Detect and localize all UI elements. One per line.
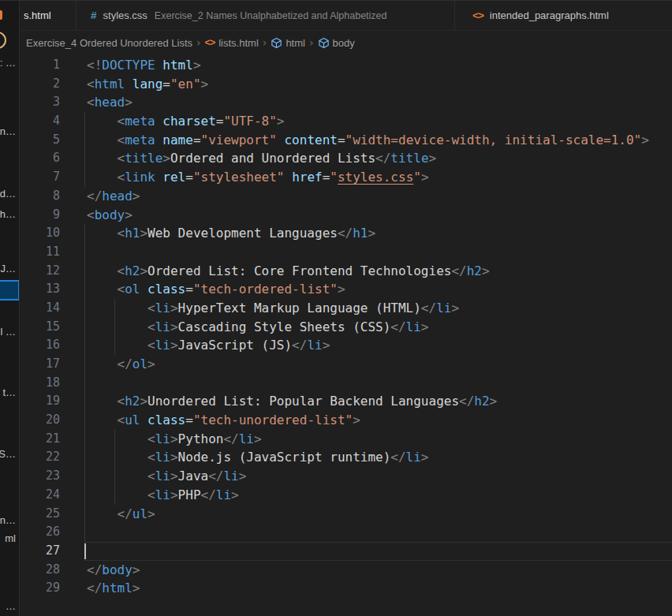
- text-cursor: [84, 543, 86, 559]
- line-number[interactable]: 21: [20, 430, 60, 449]
- line-number[interactable]: 26: [20, 523, 60, 542]
- line-number[interactable]: 23: [20, 467, 60, 486]
- indent-guide: [84, 523, 85, 542]
- code-line[interactable]: 3<head>: [20, 93, 672, 112]
- explorer-file-fragment[interactable]: t…: [2, 384, 16, 401]
- code-line[interactable]: 16 <li>JavaScript (JS)</li>: [20, 336, 672, 355]
- line-number[interactable]: 19: [20, 392, 60, 411]
- explorer-sidebar: : …n…d…h…J…l …t…S…n…ml…: [0, 1, 20, 616]
- indent-guide: [84, 392, 85, 411]
- code-line[interactable]: 27: [20, 542, 672, 561]
- code-line[interactable]: 8</head>: [20, 187, 672, 206]
- code-line[interactable]: 13 <ol class="tech-ordered-list">: [20, 280, 672, 299]
- code-line[interactable]: 29</html>: [20, 579, 672, 598]
- explorer-selected-file[interactable]: [0, 280, 20, 301]
- code-line[interactable]: 26: [20, 523, 672, 542]
- code-line[interactable]: 5 <meta name="viewport" content="width=d…: [20, 131, 672, 150]
- code-line[interactable]: 23 <li>Java</li>: [20, 467, 672, 486]
- current-line-highlight: [84, 542, 672, 561]
- code-line[interactable]: 28</body>: [20, 561, 672, 580]
- indent-guide: [84, 430, 85, 449]
- line-number[interactable]: 24: [20, 486, 60, 505]
- tab-lists-html[interactable]: s.html: [20, 1, 77, 30]
- code-line[interactable]: 24 <li>PHP</li>: [20, 486, 672, 505]
- line-number[interactable]: 15: [20, 318, 60, 337]
- explorer-file-fragment[interactable]: ml: [5, 530, 16, 547]
- tab-intended-paragraphs-html[interactable]: <> intended_paragraphs.html: [455, 1, 672, 30]
- code-line[interactable]: 12 <h2>Ordered List: Core Frontend Techn…: [20, 262, 672, 281]
- code-line[interactable]: 17 </ol>: [20, 355, 672, 374]
- code-text: <li>Node.js (JavaScript runtime)</li>: [87, 448, 672, 467]
- chevron-right-icon: ›: [309, 36, 314, 49]
- code-line[interactable]: 18: [20, 374, 672, 393]
- indent-guide: [84, 280, 85, 299]
- line-number[interactable]: 22: [20, 448, 60, 467]
- explorer-file-fragment[interactable]: n…: [0, 123, 16, 140]
- breadcrumb-symbol-body[interactable]: body: [318, 37, 355, 49]
- indent-guide: [84, 243, 85, 262]
- code-line[interactable]: 4 <meta charset="UTF-8">: [20, 112, 672, 131]
- code-line[interactable]: 6 <title>Ordered and Unordered Lists</ti…: [20, 149, 672, 168]
- explorer-file-fragment[interactable]: n…: [0, 512, 16, 529]
- explorer-file-fragment[interactable]: …: [6, 598, 16, 615]
- line-number[interactable]: 16: [20, 336, 60, 355]
- line-number[interactable]: 13: [20, 280, 60, 299]
- code-editor[interactable]: 1<!DOCTYPE html>2<html lang="en">3<head>…: [20, 54, 672, 598]
- line-number[interactable]: 7: [20, 168, 60, 187]
- explorer-file-fragment[interactable]: h…: [0, 206, 16, 223]
- code-text: </ul>: [87, 505, 672, 524]
- line-number[interactable]: 17: [20, 355, 60, 374]
- line-number[interactable]: 2: [20, 75, 60, 94]
- line-number[interactable]: 25: [20, 505, 60, 524]
- line-number[interactable]: 29: [20, 579, 60, 598]
- explorer-file-fragment[interactable]: : …: [0, 54, 16, 72]
- symbol-cube-icon: [271, 37, 282, 49]
- line-number[interactable]: 28: [20, 561, 60, 580]
- line-number[interactable]: 1: [20, 56, 60, 75]
- line-number[interactable]: 18: [20, 374, 60, 393]
- editor-group: s.html # styles.css Exercise_2 Names Una…: [20, 1, 672, 616]
- line-number[interactable]: 5: [20, 131, 60, 150]
- indent-guide: [84, 299, 85, 318]
- code-line[interactable]: 21 <li>Python</li>: [20, 430, 672, 449]
- line-number[interactable]: 11: [20, 243, 60, 262]
- code-text: <html lang="en">: [87, 75, 672, 94]
- line-number[interactable]: 10: [20, 224, 60, 243]
- code-text: </html>: [87, 579, 672, 598]
- explorer-file-fragment[interactable]: S…: [0, 446, 16, 463]
- code-line[interactable]: 22 <li>Node.js (JavaScript runtime)</li>: [20, 448, 672, 467]
- code-line[interactable]: 7 <link rel="stylesheet" href="styles.cs…: [20, 168, 672, 187]
- line-number[interactable]: 9: [20, 206, 60, 225]
- line-number[interactable]: 4: [20, 112, 60, 131]
- line-number[interactable]: 8: [20, 187, 60, 206]
- breadcrumb-file[interactable]: <> lists.html: [205, 37, 259, 49]
- code-line[interactable]: 14 <li>HyperText Markup Language (HTML)<…: [20, 299, 672, 318]
- line-number[interactable]: 6: [20, 149, 60, 168]
- indent-guide: [84, 411, 85, 430]
- code-line[interactable]: 25 </ul>: [20, 505, 672, 524]
- code-line[interactable]: 1<!DOCTYPE html>: [20, 56, 672, 75]
- code-line[interactable]: 19 <h2>Unordered List: Popular Backend L…: [20, 392, 672, 411]
- line-number[interactable]: 20: [20, 411, 60, 430]
- explorer-file-fragment[interactable]: J…: [1, 260, 17, 278]
- line-number[interactable]: 3: [20, 93, 60, 112]
- line-number[interactable]: 12: [20, 262, 60, 281]
- code-line[interactable]: 11: [20, 243, 672, 262]
- breadcrumb-symbol-html[interactable]: html: [271, 37, 305, 49]
- tab-styles-css[interactable]: # styles.css Exercise_2 Names Unalphabet…: [77, 1, 455, 30]
- html-brackets-icon: <>: [472, 9, 483, 21]
- code-line[interactable]: 15 <li>Cascading Style Sheets (CSS)</li>: [20, 318, 672, 337]
- line-number[interactable]: 14: [20, 299, 60, 318]
- code-line[interactable]: 2<html lang="en">: [20, 75, 672, 94]
- explorer-file-fragment[interactable]: d…: [0, 185, 16, 203]
- code-line[interactable]: 9<body>: [20, 206, 672, 225]
- tab-label: intended_paragraphs.html: [490, 9, 609, 21]
- explorer-file-fragment[interactable]: l …: [1, 323, 17, 341]
- code-line[interactable]: 20 <ul class="tech-unordered-list">: [20, 411, 672, 430]
- indent-guide: [84, 486, 85, 505]
- indent-guide: [84, 467, 85, 486]
- code-line[interactable]: 10 <h1>Web Development Languages</h1>: [20, 224, 672, 243]
- indent-guide: [84, 336, 85, 355]
- line-number[interactable]: 27: [20, 542, 60, 561]
- breadcrumb-folder[interactable]: Exercise_4 Ordered Unordered Lists: [26, 37, 192, 49]
